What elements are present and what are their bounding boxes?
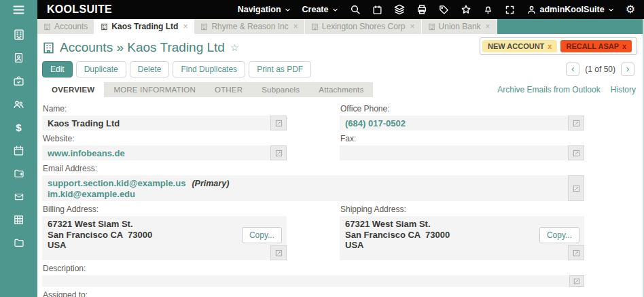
tab-overview[interactable]: OVERVIEW (42, 82, 104, 97)
close-icon[interactable]: × (486, 22, 490, 31)
folder-icon[interactable] (12, 237, 26, 249)
field-label: Office Phone: (340, 104, 584, 113)
building-icon (311, 23, 319, 31)
inline-edit-button[interactable] (270, 116, 287, 130)
inline-edit-button[interactable] (569, 275, 584, 287)
view-tabs-row: OVERVIEW MORE INFORMATION OTHER Subpanel… (42, 82, 637, 97)
brand-logo[interactable]: KOOLSUITE (47, 3, 112, 16)
field-description: Description: (42, 260, 584, 287)
tab-subpanels[interactable]: Subpanels (252, 82, 309, 97)
office-phone-value-box: (684) 017-0502 (340, 116, 584, 130)
field-label: Name: (43, 104, 287, 113)
hamburger-icon (13, 5, 24, 14)
star-icon[interactable] (461, 4, 471, 15)
previous-record-button[interactable]: ‹ (566, 63, 579, 76)
close-icon[interactable]: × (183, 22, 187, 31)
remove-tag-icon[interactable]: x (622, 42, 626, 50)
documents-add-icon[interactable] (12, 167, 26, 179)
navigation-label: Navigation (238, 5, 281, 14)
record-tab-lexington-shores[interactable]: Lexington Shores Corp × (305, 19, 422, 34)
history-link[interactable]: History (611, 85, 636, 94)
tab-other[interactable]: OTHER (205, 82, 252, 97)
copy-billing-address-button[interactable]: Copy... (242, 227, 282, 243)
leads-icon[interactable] (12, 98, 26, 110)
tag-chip-recall-asap[interactable]: RECALL ASAP x (560, 40, 632, 52)
tag-icon[interactable] (439, 5, 449, 15)
record-tab-kaos-trading[interactable]: Kaos Trading Ltd × (94, 19, 194, 34)
gear-icon[interactable]: ⚙ (626, 4, 635, 15)
calendar-icon[interactable] (372, 5, 382, 15)
name-value-box: Kaos Trading Ltd (42, 116, 287, 130)
field-assigned-to: Assigned to: sarah (42, 287, 584, 297)
create-menu[interactable]: Create (302, 5, 338, 14)
app-shell: $ Accounts Kaos Trading Ltd × Rhyme & Re… (0, 19, 644, 297)
tab-more-information[interactable]: MORE INFORMATION (104, 82, 205, 97)
building-icon (42, 41, 55, 54)
tags-input[interactable]: NEW ACCOUNT x RECALL ASAP x (480, 37, 637, 55)
close-icon[interactable]: × (293, 22, 298, 31)
user-menu[interactable]: adminKoolSuite (526, 5, 614, 15)
website-link[interactable]: www.infobeans.de (48, 148, 125, 158)
next-record-button[interactable]: › (621, 63, 634, 76)
address-line: 67321 West Siam St. (48, 219, 133, 230)
field-label: Email Address: (43, 164, 584, 173)
record-content: Accounts » Kaos Trading Ltd ☆ NEW ACCOUN… (37, 34, 643, 297)
primary-email-link[interactable]: support.section.kid@example.us (48, 178, 185, 188)
secondary-email-link[interactable]: im.kid@example.edu (48, 189, 135, 199)
field-billing-address: Billing Address: 67321 West Siam St. San… (42, 201, 287, 260)
address-line: San Francisco CA 73000 (48, 230, 152, 241)
find-duplicates-button[interactable]: Find Duplicates (173, 61, 245, 77)
fullscreen-icon[interactable] (505, 5, 515, 15)
record-tab-label: Accounts (54, 22, 88, 31)
building-icon (43, 23, 51, 31)
inline-edit-button[interactable] (568, 245, 584, 260)
tag-label: RECALL ASAP (566, 42, 619, 50)
print-as-pdf-button[interactable]: Print as PDF (249, 61, 311, 77)
tasks-icon[interactable] (12, 75, 26, 87)
navigation-menu[interactable]: Navigation (238, 5, 291, 14)
contacts-icon[interactable] (12, 52, 26, 64)
calendar-icon[interactable] (12, 144, 26, 156)
favorite-star-icon[interactable]: ☆ (230, 42, 239, 53)
inline-edit-button[interactable] (568, 145, 584, 160)
quick-links: Archive Emails from Outlook History (497, 85, 637, 94)
copy-shipping-address-button[interactable]: Copy... (539, 227, 579, 243)
record-tab-label: Rhyme & Reason Inc (211, 22, 288, 31)
topbar: KOOLSUITE Navigation Create adminKoolSui… (0, 0, 644, 19)
chevron-down-icon (332, 7, 338, 13)
inline-edit-button[interactable] (568, 175, 584, 201)
printer-icon[interactable] (416, 4, 427, 15)
sidebar: $ (0, 19, 37, 297)
description-value-box (42, 275, 584, 287)
record-tab-rhyme-reason[interactable]: Rhyme & Reason Inc × (194, 19, 304, 34)
hamburger-menu-button[interactable] (0, 0, 37, 19)
bell-icon[interactable] (483, 4, 493, 15)
inline-edit-button[interactable] (270, 245, 287, 260)
action-buttons-row: Edit Duplicate Delete Find Duplicates Pr… (42, 61, 637, 77)
reports-icon[interactable] (12, 213, 26, 226)
field-website: Website: www.infobeans.de (42, 130, 287, 160)
tag-chip-new-account[interactable]: NEW ACCOUNT x (482, 40, 557, 52)
delete-button[interactable]: Delete (130, 61, 170, 77)
duplicate-button[interactable]: Duplicate (76, 61, 126, 77)
emails-icon[interactable] (12, 190, 26, 203)
layers-icon[interactable] (394, 4, 405, 15)
phone-link[interactable]: (684) 017-0502 (345, 118, 406, 128)
inline-edit-button[interactable] (568, 116, 584, 130)
archive-emails-link[interactable]: Archive Emails from Outlook (497, 85, 600, 94)
record-tab-label: Kaos Trading Ltd (111, 22, 178, 31)
inline-edit-button[interactable] (270, 145, 287, 160)
field-name: Name: Kaos Trading Ltd (42, 101, 287, 130)
close-icon[interactable]: × (410, 22, 415, 31)
field-label: Shipping Address: (340, 205, 584, 214)
record-tab-union-bank[interactable]: Union Bank × (422, 19, 497, 34)
opportunities-icon[interactable]: $ (12, 121, 26, 133)
page-title: Accounts » Kaos Trading Ltd ☆ (42, 40, 239, 55)
main-area: Accounts Kaos Trading Ltd × Rhyme & Reas… (37, 19, 644, 297)
edit-button[interactable]: Edit (42, 61, 73, 77)
record-tab-accounts[interactable]: Accounts (37, 19, 94, 34)
search-icon[interactable] (350, 4, 361, 15)
remove-tag-icon[interactable]: x (548, 42, 552, 50)
tab-attachments[interactable]: Attachments (309, 82, 373, 97)
accounts-icon[interactable] (12, 29, 26, 41)
